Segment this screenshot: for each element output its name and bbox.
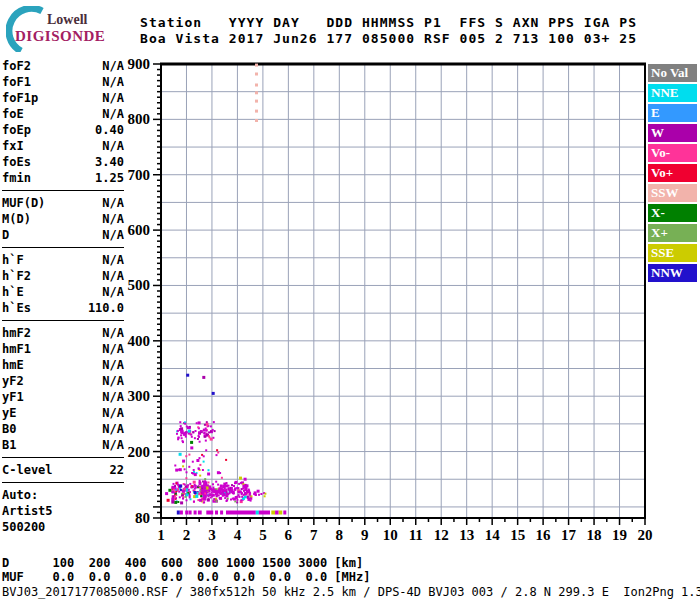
muf-row: MUF 0.0 0.0 0.0 0.0 0.0 0.0 0.0 0.0 [MHz… xyxy=(2,570,370,584)
echo-dot xyxy=(205,428,207,430)
echo-dot xyxy=(194,473,197,476)
echo-dot xyxy=(181,430,184,433)
echo-dot xyxy=(230,499,232,501)
echo-dot xyxy=(179,453,182,456)
legend-item-sse: SSE xyxy=(648,244,697,262)
echo-dot xyxy=(175,493,177,495)
echo-dot xyxy=(189,427,191,429)
echo-dot xyxy=(194,437,196,439)
echo-dot xyxy=(208,495,210,497)
echo-dot xyxy=(213,498,215,500)
echo-dot xyxy=(210,430,212,432)
echo-dot xyxy=(215,490,218,493)
echo-dot xyxy=(198,421,201,424)
echo-dot xyxy=(186,426,188,428)
echo-dot xyxy=(247,496,249,498)
echo-dot xyxy=(198,431,200,433)
echo-dot xyxy=(185,477,187,479)
echo-dot xyxy=(242,488,244,490)
echo-dot xyxy=(180,501,183,504)
x-tick-label: 15 xyxy=(510,527,525,543)
ionogram-screen: Lowell DIGISONDE Station YYYY DAY DDD HH… xyxy=(0,0,700,600)
echo-dot xyxy=(234,500,236,502)
x-tick-label: 16 xyxy=(536,527,552,543)
echo-dot xyxy=(179,421,181,423)
legend-item-no-val: No Val xyxy=(648,64,697,82)
echo-dot xyxy=(188,466,190,468)
echo-dot xyxy=(186,471,188,473)
grid xyxy=(161,64,645,518)
y-tick-label: 700 xyxy=(128,167,151,183)
echo-dot xyxy=(201,489,203,491)
y-tick-label: 400 xyxy=(128,333,151,349)
x-tick-label: 11 xyxy=(409,527,423,543)
legend-item-nne: NNE xyxy=(648,84,697,102)
echo-dot xyxy=(207,473,210,476)
echo-dot xyxy=(177,430,179,432)
echo-dot xyxy=(234,487,236,489)
spread-dot xyxy=(255,91,258,94)
spread-dot xyxy=(255,110,258,113)
echo-dot xyxy=(212,487,214,489)
echo-dot xyxy=(214,430,216,432)
echo-dot xyxy=(241,496,243,498)
es-strip-segment xyxy=(189,511,192,515)
echo-dot xyxy=(184,484,186,486)
echo-dot xyxy=(205,440,207,442)
echo-dot xyxy=(231,489,234,492)
echo-dot xyxy=(174,465,176,467)
x-axis: 1234567891011121314151617181920 xyxy=(157,518,652,543)
echo-dot xyxy=(182,465,184,467)
echo-dot xyxy=(233,493,235,495)
legend-item-vo+: Vo+ xyxy=(648,164,697,182)
echo-dot xyxy=(246,484,249,487)
echo-dot xyxy=(196,422,198,424)
echo-dot xyxy=(235,481,238,484)
x-tick-label: 4 xyxy=(234,527,242,543)
echo-dot xyxy=(182,490,185,493)
echo-dot xyxy=(202,469,204,471)
echo-dot xyxy=(236,499,238,501)
echo-dot xyxy=(196,459,199,462)
spread-dot xyxy=(255,119,258,122)
echo-dot xyxy=(204,424,206,426)
echo-dot xyxy=(212,483,214,485)
echo-dot xyxy=(177,488,179,490)
x-tick-label: 13 xyxy=(459,527,474,543)
es-strip-segment xyxy=(275,511,279,515)
es-strip-segment xyxy=(215,511,218,515)
echo-dot xyxy=(186,488,188,490)
x-tick-label: 12 xyxy=(434,527,449,543)
echo-dot xyxy=(249,493,251,495)
echo-dot xyxy=(238,483,240,485)
echo-dot xyxy=(199,464,201,466)
echo-dot xyxy=(199,482,202,485)
spread-dot xyxy=(255,64,258,67)
echo-dot xyxy=(222,494,225,497)
legend-item-nnw: NNW xyxy=(648,264,697,282)
es-strip-segment xyxy=(259,511,270,515)
echo-dot xyxy=(199,480,201,482)
echo-dot xyxy=(208,431,210,433)
echo-dot xyxy=(206,430,208,432)
echo-dot xyxy=(194,484,196,486)
echo-dot xyxy=(204,478,206,480)
echo-dot xyxy=(193,481,196,484)
echo-dot xyxy=(216,500,218,502)
legend-item-vo-: Vo- xyxy=(648,144,697,162)
echo-points xyxy=(165,374,286,515)
echo-dot xyxy=(204,498,206,500)
echo-dot xyxy=(239,477,242,480)
echo-dot xyxy=(192,461,194,463)
echo-dot xyxy=(212,494,214,496)
echo-dot xyxy=(243,490,245,492)
echo-dot xyxy=(210,494,212,496)
echo-dot xyxy=(184,468,186,470)
echo-dot xyxy=(215,481,217,483)
y-tick-label: 500 xyxy=(128,277,151,293)
es-strip-segment xyxy=(194,511,197,515)
legend-item-x+: X+ xyxy=(648,224,697,242)
x-tick-label: 19 xyxy=(612,527,627,543)
echo-dot xyxy=(179,485,182,488)
echo-dot xyxy=(217,452,219,454)
